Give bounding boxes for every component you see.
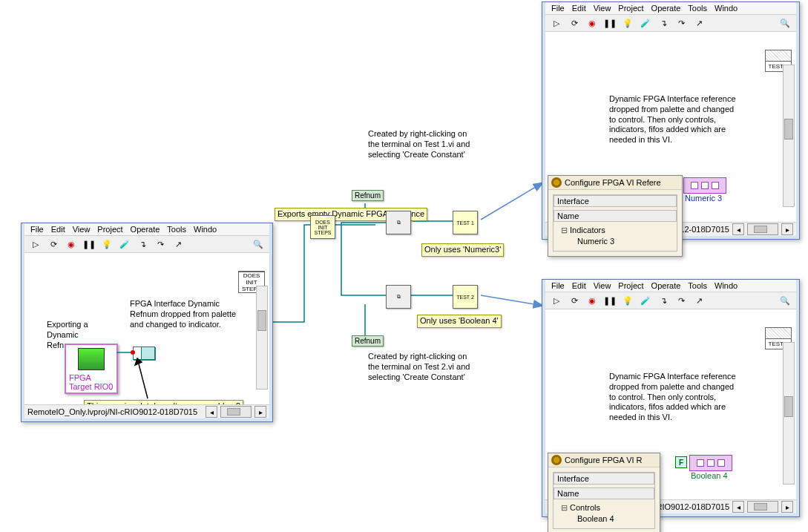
probe-icon[interactable]: 🧪 (639, 294, 652, 307)
menu-edit[interactable]: Edit (572, 281, 586, 290)
abort-icon[interactable]: ◉ (585, 294, 599, 307)
pause-icon[interactable]: ❚❚ (603, 16, 617, 30)
step-out-icon[interactable]: ↗ (692, 294, 706, 307)
scroll-left-icon[interactable]: ◂ (732, 501, 744, 513)
step-over-icon[interactable]: ↷ (674, 16, 688, 30)
cluster-indicator[interactable] (689, 455, 732, 471)
refnum-constant-bot[interactable]: Refnum (352, 335, 384, 347)
run-icon[interactable]: ▷ (550, 16, 563, 30)
type-cast-node-top[interactable]: ⧉ (386, 211, 411, 234)
scroll-right-icon[interactable]: ▸ (254, 406, 266, 418)
pause-icon[interactable]: ❚❚ (603, 294, 617, 307)
menu-file[interactable]: File (551, 281, 565, 290)
menu-tools[interactable]: Tools (167, 225, 186, 234)
scroll-left-icon[interactable]: ◂ (206, 406, 217, 418)
fpga-icon (78, 348, 105, 370)
search-icon[interactable]: 🔍 (252, 237, 265, 251)
abort-icon[interactable]: ◉ (585, 16, 599, 30)
coercion-note: This coercion dot doesn't pose a problem… (84, 400, 243, 404)
create-constant-note-top: Created by right-clicking on the termina… (368, 129, 479, 160)
test1-label: TEST 1 (456, 220, 474, 226)
scroll-left-icon[interactable]: ◂ (732, 223, 744, 235)
menu-edit[interactable]: Edit (51, 225, 65, 234)
menu-edit[interactable]: Edit (572, 4, 586, 13)
test2-label: TEST 2 (456, 295, 474, 300)
tree-item-label: Numeric 3 (577, 237, 614, 246)
menu-project[interactable]: Project (97, 225, 122, 234)
search-icon[interactable]: 🔍 (778, 16, 792, 30)
fpga-target[interactable]: FPGA Target RIO0 (65, 344, 118, 394)
refnum-constant-top[interactable]: Refnum (352, 190, 384, 201)
cluster-indicator[interactable] (683, 177, 726, 194)
dialog-title: Configure FPGA VI R (565, 456, 643, 464)
run-cont-icon[interactable]: ⟳ (568, 16, 581, 30)
numeric3-label: Numeric 3 (685, 194, 722, 203)
run-cont-icon[interactable]: ⟳ (568, 294, 581, 307)
tree-category-label: Indicators (570, 226, 605, 234)
menu-window[interactable]: Windo (715, 4, 738, 13)
step-over-icon[interactable]: ↷ (154, 237, 167, 251)
menu-tools[interactable]: Tools (688, 4, 707, 13)
menubar: File Edit View Project Operate Tools Win… (545, 280, 796, 292)
menu-operate[interactable]: Operate (131, 225, 160, 234)
gear-icon (551, 455, 562, 465)
scrollbar-horizontal[interactable] (220, 406, 252, 418)
configure-fpga-ref-dialog-top[interactable]: Configure FPGA VI Refere Interface Name … (548, 175, 683, 257)
status-text: 012-018D7015 (675, 225, 729, 234)
toolbar: ▷ ⟳ ◉ ❚❚ 💡 🧪 ↴ ↷ ↗ 🔍 (545, 292, 796, 309)
menu-view[interactable]: View (594, 281, 611, 290)
step-into-icon[interactable]: ↴ (657, 16, 670, 30)
type-cast-node-bot[interactable]: ⧉ (386, 285, 411, 309)
column-name: Name (557, 489, 579, 498)
pause-icon[interactable]: ❚❚ (82, 237, 96, 251)
refnum-indicator[interactable] (133, 347, 155, 360)
abort-icon[interactable]: ◉ (65, 237, 78, 251)
menu-window[interactable]: Windo (715, 281, 738, 290)
scrollbar-vertical[interactable] (256, 286, 268, 390)
step-out-icon[interactable]: ↗ (692, 16, 706, 30)
run-icon[interactable]: ▷ (29, 237, 42, 251)
scrollbar-horizontal[interactable] (747, 501, 778, 513)
step-over-icon[interactable]: ↷ (674, 294, 688, 307)
menu-project[interactable]: Project (618, 4, 643, 13)
tree-category[interactable]: Indicators (561, 225, 674, 236)
menu-operate[interactable]: Operate (651, 281, 681, 290)
test1-subvi[interactable]: TEST 1 (453, 211, 478, 234)
configure-fpga-ref-dialog-bottom[interactable]: Configure FPGA VI R Interface Name Contr… (548, 453, 660, 532)
run-icon[interactable]: ▷ (550, 294, 563, 307)
bulb-icon[interactable]: 💡 (621, 294, 634, 307)
menu-tools[interactable]: Tools (688, 281, 707, 290)
menu-file[interactable]: File (30, 225, 44, 234)
create-constant-note-bot: Created by right-clicking on the termina… (368, 352, 479, 382)
probe-icon[interactable]: 🧪 (118, 237, 131, 251)
test2-subvi[interactable]: TEST 2 (453, 285, 478, 309)
tree-item[interactable]: Numeric 3 (561, 236, 674, 247)
menu-operate[interactable]: Operate (651, 4, 681, 13)
bulb-icon[interactable]: 💡 (621, 16, 634, 30)
scroll-right-icon[interactable]: ▸ (781, 223, 793, 235)
status-text: RemoteIO_Only.lvproj/NI-cRIO9012-018D701… (27, 407, 197, 416)
step-into-icon[interactable]: ↴ (657, 294, 670, 307)
search-icon[interactable]: 🔍 (778, 294, 792, 307)
only-boolean4-note: Only uses 'Boolean 4' (417, 315, 502, 328)
menu-file[interactable]: File (551, 4, 565, 13)
only-numeric3-note: Only uses 'Numeric3' (421, 243, 504, 257)
menu-project[interactable]: Project (618, 281, 643, 290)
bulb-icon[interactable]: 💡 (100, 237, 114, 251)
scrollbar-vertical[interactable] (783, 342, 795, 485)
run-cont-icon[interactable]: ⟳ (47, 237, 60, 251)
toolbar: ▷ ⟳ ◉ ❚❚ 💡 🧪 ↴ ↷ ↗ 🔍 (24, 236, 269, 253)
scrollbar-horizontal[interactable] (747, 223, 778, 235)
step-out-icon[interactable]: ↗ (171, 237, 185, 251)
statusbar: RemoteIO_Only.lvproj/NI-cRIO9012-018D701… (24, 404, 269, 418)
scroll-right-icon[interactable]: ▸ (781, 501, 793, 513)
tree-category[interactable]: Controls (561, 502, 651, 513)
scrollbar-vertical[interactable] (783, 65, 795, 207)
probe-icon[interactable]: 🧪 (639, 16, 652, 30)
step-into-icon[interactable]: ↴ (136, 237, 149, 251)
tree-item[interactable]: Boolean 4 (561, 513, 651, 525)
does-init-steps-subvi[interactable]: DOES INIT STEPS (310, 215, 335, 239)
menu-view[interactable]: View (594, 4, 611, 13)
menu-window[interactable]: Windo (194, 225, 217, 234)
menu-view[interactable]: View (73, 225, 91, 234)
